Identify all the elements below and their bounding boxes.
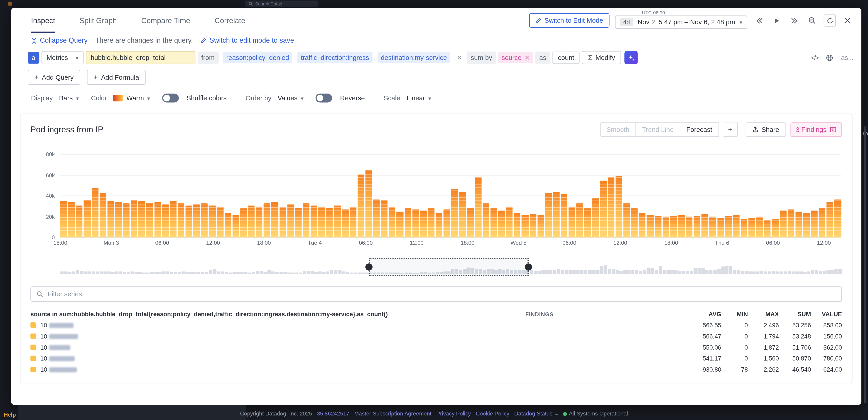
minimap-bar <box>299 272 302 274</box>
order-by-select[interactable]: Values ▾ <box>278 94 304 102</box>
minimap-bar <box>182 272 185 274</box>
save-changes-link[interactable]: Switch to edit mode to save <box>200 36 294 44</box>
selection-left-handle[interactable] <box>365 263 373 271</box>
tab-correlate[interactable]: Correlate <box>215 8 245 33</box>
toolbar-forecast[interactable]: Forecast <box>680 122 719 137</box>
order-by-label: Order by: <box>245 94 273 102</box>
timeline-minimap[interactable] <box>60 260 841 274</box>
filter-separator: , <box>374 54 376 62</box>
filter-series-input[interactable] <box>48 290 836 298</box>
footer-link[interactable]: Master Subscription Agreement <box>354 411 431 417</box>
minimap-bar <box>541 270 545 274</box>
zoom-out-button[interactable] <box>806 14 818 27</box>
modify-button[interactable]: Σ Modify <box>582 51 621 64</box>
globe-icon[interactable] <box>826 54 833 61</box>
chart-bar <box>475 177 482 238</box>
chart-bar <box>358 175 364 238</box>
chart-bar <box>498 210 505 238</box>
switch-edit-mode-button[interactable]: Switch to Edit Mode <box>529 13 609 28</box>
table-row[interactable]: 10.550.0601,87251,706362.00 <box>30 342 842 353</box>
collapse-query-link[interactable]: Collapse Query <box>31 36 88 44</box>
toolbar-smooth[interactable]: Smooth <box>600 122 636 137</box>
findings-button[interactable]: 3 Findings <box>790 122 842 137</box>
tab-split-graph[interactable]: Split Graph <box>80 8 117 33</box>
tab-inspect[interactable]: Inspect <box>31 8 55 33</box>
chart-bar <box>451 189 458 238</box>
metric-name-input[interactable] <box>86 51 195 64</box>
chart-bar <box>577 203 583 237</box>
minimap-bar <box>326 272 330 274</box>
minimap-selection[interactable] <box>369 258 529 276</box>
minimap-bar <box>803 272 807 274</box>
footer-link[interactable]: Privacy Policy <box>436 411 471 417</box>
minimap-bar <box>268 270 271 274</box>
clear-filters-icon[interactable]: ✕ <box>455 54 465 62</box>
minimap-bar <box>698 268 701 274</box>
add-query-button[interactable]: + Add Query <box>28 70 80 85</box>
footer-link[interactable]: Datadog Status <box>514 411 552 417</box>
value-cell: 858.00 <box>811 322 842 329</box>
time-range-control[interactable]: UTC-06:00 4d Nov 2, 5:47 pm – Nov 6, 2:4… <box>615 16 747 29</box>
share-button[interactable]: Share <box>745 122 786 137</box>
chart-bar <box>787 209 794 237</box>
x-tick-label: 18:00 <box>461 240 474 246</box>
filter-tag[interactable]: destination:my-service <box>377 52 450 63</box>
x-tick-label: 12:00 <box>206 240 220 246</box>
filter-tag[interactable]: reason:policy_denied <box>223 52 292 63</box>
forward-icon <box>791 18 798 24</box>
shuffle-colors-toggle[interactable] <box>162 93 179 102</box>
global-search-input[interactable]: Search Datad <box>245 0 318 7</box>
table-row[interactable]: 10.566.5502,49653,256858.00 <box>30 320 842 331</box>
code-icon[interactable]: </> <box>811 54 818 61</box>
color-palette-select[interactable]: Warm ▾ <box>113 94 150 102</box>
rewind-button[interactable] <box>753 14 765 27</box>
data-source-select[interactable]: Metrics ▾ <box>41 51 84 64</box>
chart-bar <box>631 208 638 237</box>
table-row[interactable]: 10.566.4701,79453,248156.00 <box>30 331 842 342</box>
status-dot-icon <box>563 412 567 416</box>
minimap-bar <box>318 272 322 274</box>
remove-group-icon[interactable]: ✕ <box>524 54 530 62</box>
scale-select[interactable]: Linear ▾ <box>407 94 431 102</box>
reset-zoom-button[interactable] <box>824 14 836 27</box>
ai-assistant-button[interactable] <box>624 51 638 64</box>
aggregation-value[interactable]: count <box>552 52 580 64</box>
group-by-tag[interactable]: source ✕ <box>498 52 533 63</box>
add-formula-button[interactable]: + Add Formula <box>87 70 146 85</box>
table-row[interactable]: 10.930.80782,26246,540624.00 <box>30 364 842 375</box>
reverse-toggle[interactable] <box>316 93 332 102</box>
display-type-select[interactable]: Bars ▾ <box>59 94 79 102</box>
footer-link[interactable]: Cookie Policy <box>476 411 509 417</box>
forward-button[interactable] <box>788 14 801 27</box>
selection-right-handle[interactable] <box>525 263 532 271</box>
series-swatch <box>30 333 36 339</box>
page-scrollbar[interactable] <box>864 126 866 403</box>
minimap-bar <box>745 271 748 274</box>
minimap-bar <box>236 272 240 274</box>
minimap-bar <box>244 272 248 274</box>
as-more-label[interactable]: as... <box>841 54 854 62</box>
minimap-bar <box>103 272 107 274</box>
close-button[interactable] <box>841 14 854 27</box>
minimap-bar <box>811 270 814 274</box>
series-name-cell: 10. <box>30 344 525 351</box>
footer-build-link[interactable]: 35.86242517 <box>317 411 349 417</box>
tab-compare-time[interactable]: Compare Time <box>141 8 190 33</box>
filter-tag[interactable]: traffic_direction:ingress <box>298 52 372 63</box>
series-name-cell: 10. <box>30 355 525 362</box>
chart-bar <box>92 188 98 238</box>
toolbar-trend-line[interactable]: Trend Line <box>636 122 680 137</box>
play-button[interactable] <box>770 14 783 27</box>
add-overlay-button[interactable]: + <box>723 122 738 137</box>
minimap-bar <box>166 272 169 274</box>
chart-bar <box>287 204 294 237</box>
minimap-bar <box>635 270 639 274</box>
chart-bar <box>780 210 786 238</box>
max-cell: 1,794 <box>748 333 779 339</box>
chart-bar <box>702 214 708 238</box>
chart-area[interactable]: 020k40k60k80k <box>30 155 842 238</box>
table-row[interactable]: 10.541.1701,56050,870780.00 <box>30 353 842 364</box>
y-tick-label: 40k <box>30 193 55 199</box>
chart-bar <box>256 207 263 238</box>
chart-bar <box>154 202 161 238</box>
